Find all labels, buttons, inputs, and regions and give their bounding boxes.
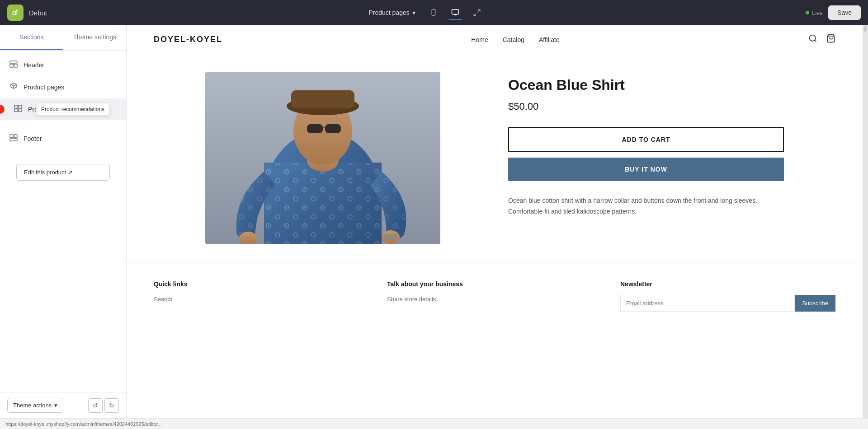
nav-affiliate[interactable]: Affiliate [539, 36, 560, 43]
undo-redo-controls: ↺ ↻ [88, 398, 119, 413]
svg-line-5 [477, 9, 480, 12]
sidebar-item-product-pages-label: Product pages [24, 84, 64, 91]
svg-point-17 [810, 35, 816, 41]
buy-it-now-button[interactable]: BUY IT NOW [508, 158, 784, 181]
header-icon [9, 61, 18, 70]
theme-actions-button[interactable]: Theme actions ▾ [7, 398, 63, 413]
newsletter-input-wrapper: Subscribe [620, 295, 835, 312]
desktop-view-icon[interactable] [448, 5, 462, 20]
svg-rect-16 [10, 139, 17, 141]
svg-rect-2 [452, 9, 458, 14]
product-section: Ocean Blue Shirt $50.00 ADD TO CART BUY … [178, 54, 811, 262]
sidebar-item-product-recommendations-label: Product recommendations [28, 106, 102, 113]
view-icons [426, 5, 484, 20]
product-title: Ocean Blue Shirt [508, 77, 784, 93]
status-bar: https://doyel-koyel.myshopify.com/admin/… [0, 418, 868, 429]
scrollbar-right[interactable] [863, 25, 868, 418]
top-bar-center: Product pages ▾ [368, 5, 484, 20]
svg-rect-34 [325, 124, 341, 133]
sidebar-item-header-label: Header [24, 61, 44, 69]
product-image-container [205, 72, 481, 244]
sidebar-item-product-pages[interactable]: Product pages [0, 76, 126, 98]
fullscreen-view-icon[interactable] [470, 5, 484, 20]
tab-theme-settings[interactable]: Theme settings [63, 25, 127, 50]
svg-line-6 [474, 14, 476, 16]
nav-home[interactable]: Home [471, 36, 488, 43]
edit-product-container: Edit this product ↗ [0, 149, 126, 195]
preview-frame: DOYEL-KOYEL Home Catalog Affiliate [127, 25, 863, 418]
cart-icon[interactable] [826, 34, 835, 45]
top-bar-right: Live Save [806, 5, 861, 20]
tab-sections[interactable]: Sections [0, 25, 63, 50]
red-indicator [0, 105, 5, 114]
chevron-down-icon: ▾ [412, 9, 415, 16]
svg-rect-9 [14, 64, 17, 67]
shopify-logo [7, 5, 24, 21]
footer-about-title: Talk about your business [387, 280, 602, 288]
footer-preview: Quick links Search Talk about your busin… [127, 262, 863, 330]
store-header: DOYEL-KOYEL Home Catalog Affiliate [127, 25, 863, 54]
sidebar-item-footer-label: Footer [24, 135, 42, 142]
mobile-view-icon[interactable] [426, 5, 441, 20]
svg-rect-14 [10, 135, 13, 138]
svg-rect-0 [432, 9, 435, 16]
svg-rect-15 [14, 135, 17, 138]
svg-rect-11 [19, 105, 22, 108]
newsletter-email-input[interactable] [620, 295, 795, 312]
store-nav-right [808, 34, 835, 45]
redo-button[interactable]: ↻ [104, 398, 119, 413]
search-icon[interactable] [808, 34, 817, 45]
newsletter-subscribe-button[interactable]: Subscribe [795, 295, 835, 312]
sidebar-item-product-recommendations[interactable]: Product recommendations Product recommen… [0, 98, 126, 120]
svg-rect-12 [14, 109, 18, 112]
nav-catalog[interactable]: Catalog [503, 36, 524, 43]
svg-rect-32 [291, 90, 354, 108]
sidebar-item-header[interactable]: Header [0, 54, 126, 76]
undo-button[interactable]: ↺ [88, 398, 103, 413]
top-bar: Debut Product pages ▾ Live Save [0, 0, 868, 25]
page-selector-button[interactable]: Product pages ▾ [368, 9, 415, 16]
sidebar-tabs: Sections Theme settings [0, 25, 126, 51]
svg-rect-33 [307, 124, 323, 133]
status-url: https://doyel-koyel.myshopify.com/admin/… [5, 421, 162, 427]
product-recommendations-icon [14, 105, 23, 114]
svg-rect-13 [19, 109, 22, 112]
svg-rect-8 [10, 64, 13, 67]
svg-rect-38 [384, 234, 397, 239]
save-button[interactable]: Save [828, 5, 861, 20]
add-to-cart-button[interactable]: ADD TO CART [508, 127, 784, 152]
footer-newsletter-title: Newsletter [620, 280, 835, 288]
footer-col-newsletter: Newsletter Subscribe [620, 280, 835, 312]
product-image [205, 72, 440, 244]
live-dot [806, 11, 809, 14]
chevron-down-icon: ▾ [54, 402, 57, 409]
footer-icon [9, 134, 18, 143]
footer-about-text: Share store details, [387, 295, 602, 304]
live-indicator: Live [806, 9, 823, 16]
app-name: Debut [29, 9, 47, 17]
top-bar-left: Debut [7, 5, 47, 21]
sidebar-footer: Theme actions ▾ ↺ ↻ [0, 392, 126, 418]
edit-product-button[interactable]: Edit this product ↗ [16, 164, 110, 181]
svg-rect-28 [264, 163, 382, 244]
footer-col-about: Talk about your business Share store det… [387, 280, 602, 312]
product-description: Ocean blue cotton shirt with a narrow co… [508, 196, 784, 217]
store-nav: Home Catalog Affiliate [471, 36, 559, 43]
product-price: $50.00 [508, 101, 784, 112]
sidebar: Sections Theme settings Header [0, 25, 127, 418]
product-info: Ocean Blue Shirt $50.00 ADD TO CART BUY … [508, 72, 784, 244]
theme-actions-label: Theme actions [13, 402, 52, 409]
preview-area: DOYEL-KOYEL Home Catalog Affiliate [127, 25, 863, 418]
svg-rect-7 [10, 61, 17, 63]
sidebar-item-footer[interactable]: Footer [0, 128, 126, 149]
svg-rect-10 [14, 105, 18, 108]
sidebar-divider [7, 124, 119, 124]
footer-links-title: Quick links [154, 280, 369, 288]
store-logo: DOYEL-KOYEL [154, 35, 222, 44]
footer-links-search: Search [154, 295, 369, 304]
sidebar-items: Header Product pages [0, 51, 126, 392]
product-pages-icon [9, 82, 18, 92]
footer-col-links: Quick links Search [154, 280, 369, 312]
main-layout: Sections Theme settings Header [0, 25, 868, 418]
